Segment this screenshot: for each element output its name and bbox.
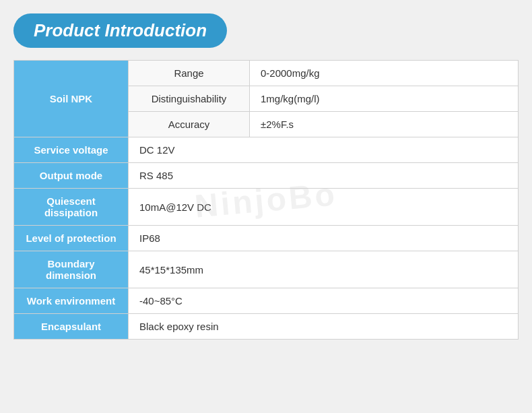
spec-table: Soil NPK Range 0-2000mg/kg Distinguishab… bbox=[13, 60, 519, 340]
cell-accuracy-value: ±2%F.s bbox=[250, 112, 519, 137]
table-container: Soil NPK Range 0-2000mg/kg Distinguishab… bbox=[13, 60, 519, 340]
cell-dimension-label: Boundary dimension bbox=[14, 251, 129, 288]
table-row: Output mode RS 485 bbox=[14, 163, 519, 189]
cell-dist-value: 1mg/kg(mg/l) bbox=[250, 86, 519, 112]
cell-encapsulant-value: Black epoxy resin bbox=[129, 314, 519, 340]
cell-quiescent-value: 10mA@12V DC bbox=[129, 189, 519, 226]
table-row: Level of protection IP68 bbox=[14, 226, 519, 251]
cell-dimension-value: 45*15*135mm bbox=[129, 251, 519, 288]
cell-service-voltage-value: DC 12V bbox=[129, 137, 519, 163]
cell-range-label: Range bbox=[129, 61, 250, 86]
cell-accuracy-label: Accuracy bbox=[129, 112, 250, 137]
cell-work-env-value: -40~85°C bbox=[129, 288, 519, 314]
cell-output-mode-value: RS 485 bbox=[129, 163, 519, 189]
cell-protection-label: Level of protection bbox=[14, 226, 129, 251]
cell-quiescent-label: Quiescent dissipation bbox=[14, 189, 129, 226]
cell-output-mode-label: Output mode bbox=[14, 163, 129, 189]
table-row: Boundary dimension 45*15*135mm bbox=[14, 251, 519, 288]
table-row: Soil NPK Range 0-2000mg/kg bbox=[14, 61, 519, 86]
cell-protection-value: IP68 bbox=[129, 226, 519, 251]
table-row: Service voltage DC 12V bbox=[14, 137, 519, 163]
cell-encapsulant-label: Encapsulant bbox=[14, 314, 129, 340]
cell-service-voltage-label: Service voltage bbox=[14, 137, 129, 163]
cell-range-value: 0-2000mg/kg bbox=[250, 61, 519, 86]
page-title: Product Introduction bbox=[34, 20, 207, 40]
page-wrapper: Product Introduction Soil NPK Range 0-20… bbox=[13, 13, 519, 340]
cell-soil-npk: Soil NPK bbox=[14, 61, 129, 137]
table-row: Encapsulant Black epoxy resin bbox=[14, 314, 519, 340]
cell-dist-label: Distinguishability bbox=[129, 86, 250, 112]
table-row: Quiescent dissipation 10mA@12V DC bbox=[14, 189, 519, 226]
table-row: Work environment -40~85°C bbox=[14, 288, 519, 314]
cell-work-env-label: Work environment bbox=[14, 288, 129, 314]
title-badge: Product Introduction bbox=[13, 13, 227, 48]
